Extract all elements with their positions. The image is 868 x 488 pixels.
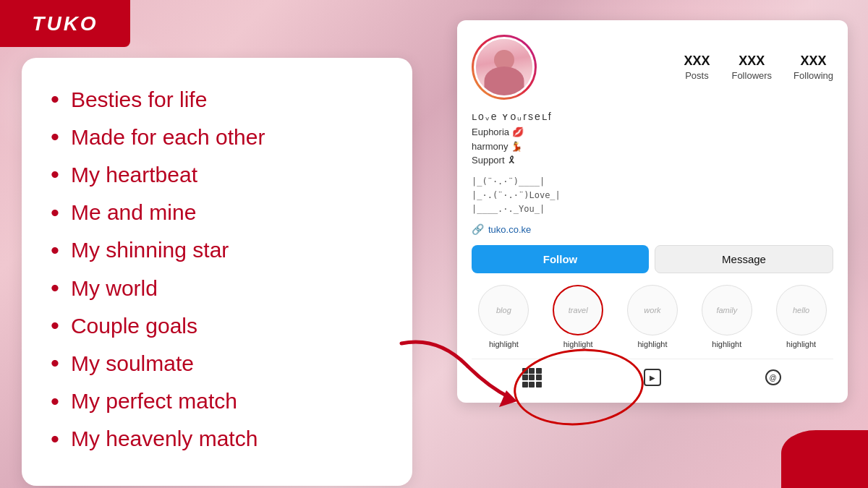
following-count: XXX — [793, 53, 833, 69]
action-buttons: Follow Message — [472, 245, 833, 273]
list-item: Couple goals — [51, 309, 383, 341]
highlight-circle-hello: hello — [776, 285, 827, 335]
bio-line-1: Euphoria 💋 — [472, 125, 833, 140]
highlight-work-text: work — [644, 306, 660, 314]
arrow-annotation — [394, 329, 539, 416]
highlight-item-family[interactable]: family highlight — [702, 285, 752, 348]
art-line-3: |____.·._You_| — [472, 202, 833, 216]
posts-count: XXX — [684, 53, 710, 69]
message-button[interactable]: Message — [655, 245, 833, 273]
highlight-work-label: highlight — [637, 340, 667, 348]
highlight-hello-text: hello — [793, 306, 809, 314]
tab-tagged[interactable]: @ — [759, 367, 788, 388]
username-row: ʟoᵥe ʏoᵤrseʟf — [472, 110, 833, 122]
tag-icon: @ — [765, 369, 781, 385]
followers-label: Followers — [731, 70, 772, 81]
bio-line-3: Support 🎗 — [472, 153, 833, 168]
list-item: My world — [51, 272, 383, 304]
highlight-family-label: highlight — [712, 340, 741, 348]
list-item: Made for each other — [51, 121, 383, 153]
stats-row: XXX Posts XXX Followers XXX Following — [554, 53, 833, 82]
profile-picture-ring — [472, 35, 537, 100]
posts-stat: XXX Posts — [684, 53, 710, 82]
bullet-list: Besties for life Made for each other My … — [51, 83, 383, 455]
link-icon: 🔗 — [472, 223, 484, 235]
highlight-hello-label: highlight — [786, 340, 816, 348]
highlight-blog-text: blog — [496, 306, 511, 314]
corner-decoration — [781, 430, 868, 488]
list-item: Besties for life — [51, 83, 383, 115]
brand-logo: TUKO — [32, 12, 98, 35]
art-line-1: |_(¨·.·¨)____| — [472, 175, 833, 189]
art-text: |_(¨·.·¨)____| |_·.(¨·.·¨)Love_| |____.·… — [472, 175, 833, 217]
bullet-card: Besties for life Made for each other My … — [22, 58, 412, 486]
list-item: Me and mine — [51, 197, 383, 228]
list-item: My soulmate — [51, 347, 383, 379]
bio-section: Euphoria 💋 harmony 💃 Support 🎗 — [472, 125, 833, 168]
avatar — [476, 39, 532, 95]
website-row: 🔗 tuko.co.ke — [472, 223, 833, 235]
profile-header: XXX Posts XXX Followers XXX Following — [472, 35, 833, 100]
tab-reels[interactable] — [638, 367, 667, 388]
list-item: My perfect match — [51, 385, 383, 417]
following-stat: XXX Following — [793, 53, 833, 82]
highlight-circle-blog: blog — [478, 285, 529, 335]
highlight-item-hello[interactable]: hello highlight — [776, 285, 827, 348]
highlight-travel-text: travel — [569, 306, 588, 314]
art-line-2: |_·.(¨·.·¨)Love_| — [472, 189, 833, 202]
highlight-item-work[interactable]: work highlight — [627, 285, 678, 348]
follow-button[interactable]: Follow — [472, 245, 649, 273]
logo-area: TUKO — [0, 0, 130, 47]
highlight-item-travel[interactable]: travel highlight — [553, 285, 603, 348]
list-item: My shinning star — [51, 234, 383, 266]
website-link[interactable]: tuko.co.ke — [488, 224, 531, 235]
bio-line-2: harmony 💃 — [472, 140, 833, 154]
highlight-circle-work: work — [627, 285, 678, 335]
highlight-circle-family: family — [702, 285, 752, 335]
highlight-family-text: family — [716, 306, 737, 314]
following-label: Following — [793, 70, 833, 81]
list-item: My heavenly match — [51, 423, 383, 455]
highlight-travel-label: highlight — [563, 340, 593, 348]
profile-picture — [474, 37, 535, 98]
highlight-circle-travel: travel — [553, 285, 603, 335]
list-item: My heartbeat — [51, 158, 383, 190]
reels-icon — [644, 369, 661, 386]
posts-label: Posts — [685, 70, 709, 81]
followers-stat: XXX Followers — [731, 53, 772, 82]
followers-count: XXX — [731, 53, 772, 69]
